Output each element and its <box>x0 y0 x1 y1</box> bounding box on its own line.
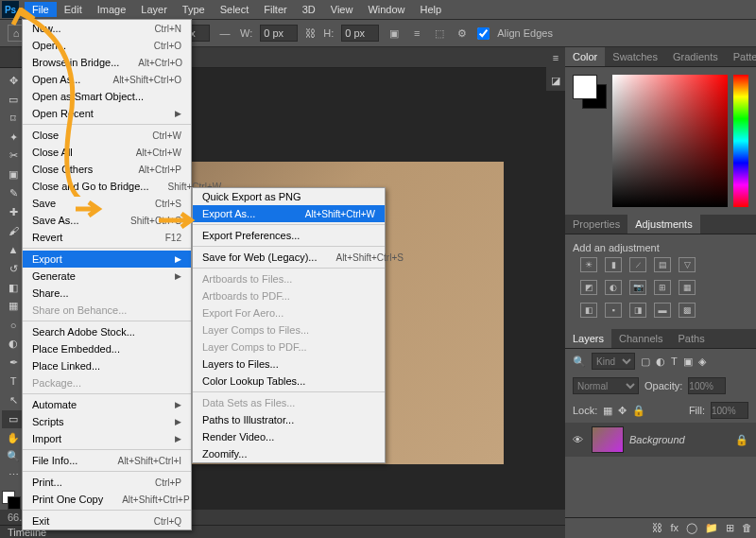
tab-color[interactable]: Color <box>565 47 605 66</box>
menu-filter[interactable]: Filter <box>256 2 294 17</box>
menuitem-print[interactable]: Print...Ctrl+P <box>23 474 191 491</box>
menuitem-place-embedded[interactable]: Place Embedded... <box>23 340 191 357</box>
menuitem-open-as-smart-object[interactable]: Open as Smart Object... <box>23 88 191 105</box>
menuitem-scripts[interactable]: Scripts▶ <box>23 413 191 430</box>
menuitem-paths-to-illustrator[interactable]: Paths to Illustrator... <box>193 411 385 428</box>
filter-smart-icon[interactable]: ◈ <box>698 356 706 368</box>
adj-photo-filter-icon[interactable]: 📷 <box>629 280 646 295</box>
tab-patterns[interactable]: Patterns <box>726 47 756 66</box>
color-spectrum[interactable] <box>612 75 728 207</box>
adj-gradient-icon[interactable]: ▬ <box>654 303 671 318</box>
menuitem-color-lookup-tables[interactable]: Color Lookup Tables... <box>193 373 385 390</box>
menuitem-revert[interactable]: RevertF12 <box>23 229 191 246</box>
menu-3d[interactable]: 3D <box>295 2 323 17</box>
opacity-input[interactable] <box>688 377 726 394</box>
menuitem-place-linked[interactable]: Place Linked... <box>23 357 191 374</box>
dock-icon-1[interactable]: ≡ <box>553 52 558 63</box>
tab-gradients[interactable]: Gradients <box>665 47 726 66</box>
menuitem-layers-to-files[interactable]: Layers to Files... <box>193 356 385 373</box>
menu-image[interactable]: Image <box>90 2 134 17</box>
group-icon[interactable]: 📁 <box>705 522 718 534</box>
menuitem-save[interactable]: SaveCtrl+S <box>23 195 191 212</box>
menuitem-open[interactable]: Open...Ctrl+O <box>23 37 191 54</box>
layer-row[interactable]: 👁 Background 🔒 <box>565 423 756 457</box>
tab-layers[interactable]: Layers <box>565 329 611 348</box>
menuitem-export-as[interactable]: Export As...Alt+Shift+Ctrl+W <box>193 205 385 222</box>
menuitem-search-adobe-stock[interactable]: Search Adobe Stock... <box>23 323 191 340</box>
menuitem-open-as[interactable]: Open As...Alt+Shift+Ctrl+O <box>23 71 191 88</box>
menuitem-close-others[interactable]: Close OthersAlt+Ctrl+P <box>23 161 191 178</box>
adj-selective-icon[interactable]: ▩ <box>679 303 696 318</box>
adj-posterize-icon[interactable]: ▪ <box>605 303 622 318</box>
menu-edit[interactable]: Edit <box>57 2 90 17</box>
menuitem-file-info[interactable]: File Info...Alt+Shift+Ctrl+I <box>23 452 191 469</box>
menuitem-import[interactable]: Import▶ <box>23 430 191 447</box>
adj-exposure-icon[interactable]: ▤ <box>654 257 671 272</box>
filter-shape-icon[interactable]: ▣ <box>683 356 693 368</box>
settings-icon[interactable]: ⚙ <box>455 26 470 41</box>
adj-lookup-icon[interactable]: ▦ <box>679 280 696 295</box>
menuitem-close[interactable]: CloseCtrl+W <box>23 127 191 144</box>
menu-file[interactable]: File <box>25 2 57 17</box>
layer-thumbnail[interactable] <box>592 426 624 453</box>
menu-view[interactable]: View <box>323 2 361 17</box>
menuitem-new[interactable]: New...Ctrl+N <box>23 20 191 37</box>
tab-paths[interactable]: Paths <box>671 329 713 348</box>
adj-levels-icon[interactable]: ▮ <box>605 257 622 272</box>
lock-position-icon[interactable]: ✥ <box>618 405 627 417</box>
visibility-icon[interactable]: 👁 <box>573 434 586 445</box>
menuitem-save-as[interactable]: Save As...Shift+Ctrl+S <box>23 212 191 229</box>
layer-filter-kind[interactable]: Kind <box>592 353 635 370</box>
tab-channels[interactable]: Channels <box>611 329 670 348</box>
filter-pixel-icon[interactable]: ▢ <box>641 356 650 368</box>
adj-vibrance-icon[interactable]: ▽ <box>679 257 696 272</box>
menuitem-generate[interactable]: Generate▶ <box>23 268 191 285</box>
menuitem-zoomify[interactable]: Zoomify... <box>193 445 385 462</box>
lock-all-icon[interactable]: 🔒 <box>632 405 645 417</box>
menuitem-export[interactable]: Export▶ <box>23 251 191 268</box>
tab-properties[interactable]: Properties <box>565 215 627 234</box>
align-edges-checkbox[interactable] <box>477 27 490 40</box>
adj-curves-icon[interactable]: ⟋ <box>629 257 646 272</box>
mask-icon[interactable]: ◯ <box>686 522 697 534</box>
tab-adjustments[interactable]: Adjustments <box>627 215 700 234</box>
adj-hue-icon[interactable]: ◩ <box>580 280 597 295</box>
menu-select[interactable]: Select <box>213 2 257 17</box>
menuitem-browse-in-bridge[interactable]: Browse in Bridge...Alt+Ctrl+O <box>23 54 191 71</box>
adj-bw-icon[interactable]: ◐ <box>605 280 622 295</box>
menuitem-save-for-web-legacy[interactable]: Save for Web (Legacy)...Alt+Shift+Ctrl+S <box>193 249 385 266</box>
height-input[interactable] <box>341 25 379 42</box>
menu-layer[interactable]: Layer <box>133 2 175 17</box>
filter-adj-icon[interactable]: ◐ <box>656 356 665 368</box>
dock-icon-2[interactable]: ◪ <box>551 75 560 87</box>
path-ops-icon[interactable]: ▣ <box>387 26 402 41</box>
adj-invert-icon[interactable]: ◧ <box>580 303 597 318</box>
tab-swatches[interactable]: Swatches <box>605 47 665 66</box>
menuitem-open-recent[interactable]: Open Recent▶ <box>23 105 191 122</box>
fg-bg-swatches[interactable] <box>573 75 607 109</box>
lock-pixels-icon[interactable]: ▦ <box>603 405 612 417</box>
blend-mode-select[interactable]: Normal <box>573 377 639 394</box>
menu-type[interactable]: Type <box>175 2 213 17</box>
new-layer-icon[interactable]: ⊞ <box>726 522 734 534</box>
fill-input[interactable] <box>711 402 748 419</box>
menuitem-share[interactable]: Share... <box>23 285 191 302</box>
menu-window[interactable]: Window <box>360 2 412 17</box>
menuitem-close-all[interactable]: Close AllAlt+Ctrl+W <box>23 144 191 161</box>
menuitem-exit[interactable]: ExitCtrl+Q <box>23 512 191 529</box>
menuitem-print-one-copy[interactable]: Print One CopyAlt+Shift+Ctrl+P <box>23 491 191 508</box>
menu-help[interactable]: Help <box>413 2 450 17</box>
fx-icon[interactable]: fx <box>670 522 679 534</box>
hue-slider[interactable] <box>733 75 748 207</box>
delete-layer-icon[interactable]: 🗑 <box>742 522 752 534</box>
adj-brightness-icon[interactable]: ☀ <box>580 257 597 272</box>
menuitem-automate[interactable]: Automate▶ <box>23 396 191 413</box>
adj-mixer-icon[interactable]: ⊞ <box>654 280 671 295</box>
path-arrange-icon[interactable]: ⬚ <box>432 26 447 41</box>
menuitem-export-preferences[interactable]: Export Preferences... <box>193 227 385 244</box>
link-icon[interactable]: ⛓ <box>305 27 316 39</box>
link-layers-icon[interactable]: ⛓ <box>652 522 662 534</box>
width-input[interactable] <box>260 25 298 42</box>
menuitem-quick-export-as-png[interactable]: Quick Export as PNG <box>193 188 385 205</box>
filter-type-icon[interactable]: T <box>671 356 678 367</box>
